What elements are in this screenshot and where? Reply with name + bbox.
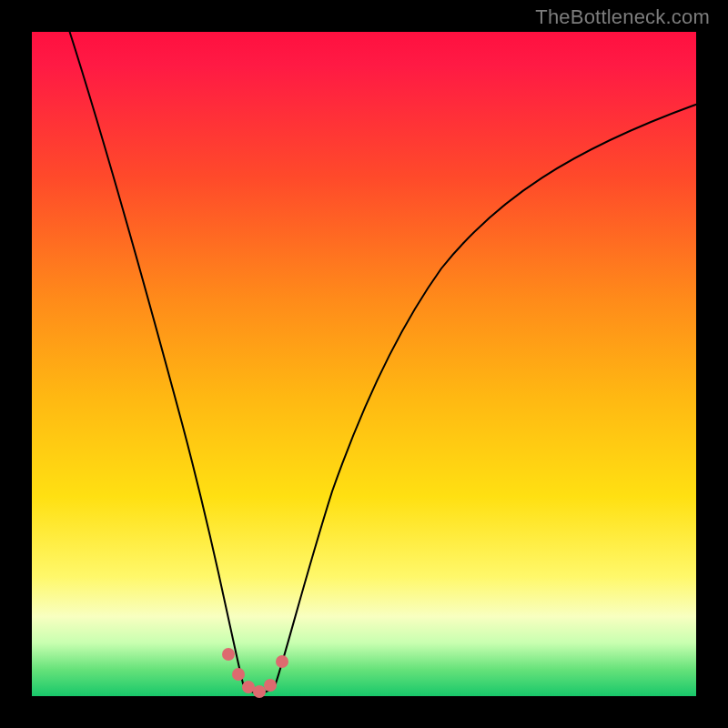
marker-dot — [276, 655, 288, 668]
bottleneck-curve-svg — [32, 32, 696, 696]
marker-dot — [253, 685, 266, 698]
marker-dot — [222, 648, 235, 661]
marker-dot — [242, 681, 255, 693]
chart-frame: TheBottleneck.com — [0, 0, 728, 728]
watermark-label: TheBottleneck.com — [535, 5, 710, 29]
curve-right-branch — [276, 103, 701, 683]
plot-area — [32, 32, 696, 696]
curve-left-branch — [68, 27, 243, 683]
marker-dot — [232, 668, 245, 681]
marker-dot — [264, 679, 277, 692]
